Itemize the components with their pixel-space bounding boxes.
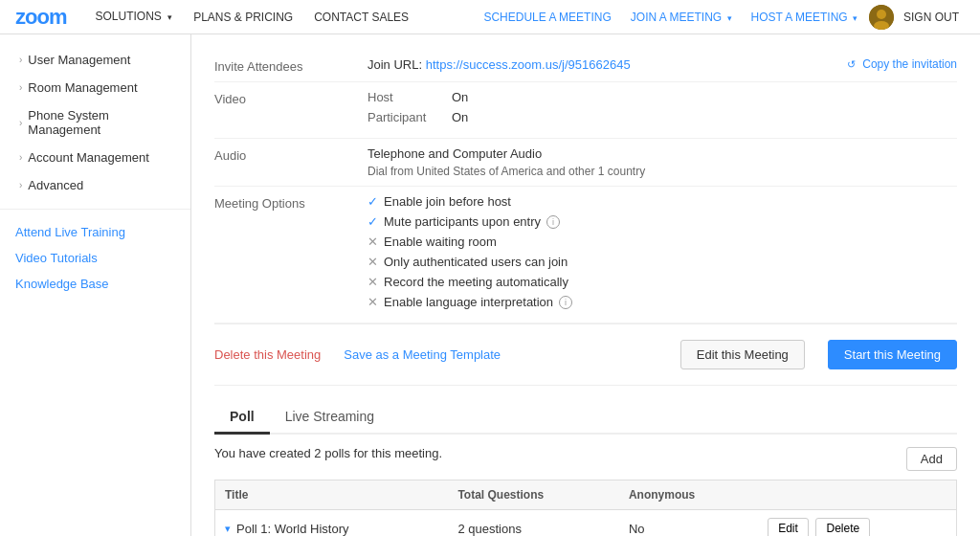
join-url-label: Join URL:: [368, 57, 422, 72]
audio-type: Telephone and Computer Audio: [368, 146, 957, 161]
chevron-right-icon: ›: [19, 152, 22, 163]
option-enable-join-before-host: ✓ Enable join before host: [368, 194, 957, 209]
info-icon[interactable]: i: [546, 215, 560, 229]
chevron-right-icon: ›: [19, 55, 22, 65]
meeting-options-row: Meeting Options ✓ Enable join before hos…: [214, 187, 957, 324]
participant-label: Participant: [368, 110, 444, 124]
x-icon: ✕: [368, 234, 378, 249]
sidebar-divider: [0, 209, 190, 210]
sidebar-item-room-management[interactable]: › Room Management: [0, 74, 190, 101]
poll-actions-cell: Edit Delete: [758, 510, 956, 537]
sidebar: › User Management › Room Management › Ph…: [0, 34, 191, 536]
checkmark-icon: ✓: [368, 214, 378, 229]
start-meeting-button[interactable]: Start this Meeting: [828, 340, 957, 369]
audio-value: Telephone and Computer Audio Dial from U…: [368, 146, 957, 178]
poll-row-label: ▾ Poll 1: World History: [225, 522, 438, 536]
host-arrow-icon: ▾: [853, 13, 858, 23]
edit-meeting-button[interactable]: Edit this Meeting: [680, 340, 805, 369]
main-content: Invite Attendees Join URL: https://succe…: [191, 34, 980, 536]
zoom-logo[interactable]: zoom: [15, 5, 66, 30]
nav-schedule-meeting[interactable]: SCHEDULE A MEETING: [476, 11, 618, 24]
nav-contact-sales[interactable]: CONTACT SALES: [304, 0, 418, 34]
option-mute-participants: ✓ Mute participants upon entry i: [368, 214, 957, 229]
nav-host-meeting[interactable]: HOST A MEETING ▾: [744, 11, 865, 24]
solutions-arrow-icon: ▾: [167, 12, 172, 22]
join-arrow-icon: ▾: [727, 13, 732, 23]
video-participant-row: Participant On: [368, 110, 957, 124]
svg-point-1: [877, 10, 886, 19]
video-host-row: Host On: [368, 90, 957, 104]
sidebar-attend-live-training[interactable]: Attend Live Training: [0, 219, 190, 245]
chevron-right-icon: ›: [19, 180, 22, 190]
col-actions: [758, 480, 956, 510]
join-url-link[interactable]: https://success.zoom.us/j/951662645: [426, 57, 631, 72]
nav-links: SOLUTIONS ▾ PLANS & PRICING CONTACT SALE…: [85, 0, 476, 34]
nav-plans-pricing[interactable]: PLANS & PRICING: [184, 0, 302, 34]
info-icon[interactable]: i: [559, 296, 572, 309]
nav-join-meeting[interactable]: JOIN A MEETING ▾: [623, 11, 740, 24]
checkmark-icon: ✓: [368, 194, 378, 209]
invite-label: Invite Attendees: [214, 57, 368, 74]
x-icon: ✕: [368, 255, 378, 269]
sidebar-item-phone-system-management[interactable]: › Phone System Management: [0, 101, 190, 144]
audio-label: Audio: [214, 146, 368, 163]
tab-live-streaming[interactable]: Live Streaming: [270, 401, 390, 435]
sign-out-button[interactable]: SIGN OUT: [898, 11, 965, 24]
participant-value: On: [452, 110, 468, 124]
tabs-row: Poll Live Streaming: [214, 401, 957, 435]
tab-poll[interactable]: Poll: [214, 401, 270, 435]
video-value: Host On Participant On: [368, 90, 957, 130]
avatar[interactable]: [869, 5, 894, 30]
option-enable-waiting-room: ✕ Enable waiting room: [368, 234, 957, 249]
copy-invitation-button[interactable]: ↺ Copy the invitation: [847, 57, 957, 71]
poll-header-row: You have created 2 polls for this meetin…: [214, 446, 957, 472]
actions-row: Delete this Meeting Save as a Meeting Te…: [214, 324, 957, 386]
meeting-options-label: Meeting Options: [214, 194, 368, 211]
x-icon: ✕: [368, 295, 378, 309]
poll-title-cell: ▾ Poll 1: World History: [215, 510, 449, 537]
sidebar-knowledge-base[interactable]: Knowledge Base: [0, 271, 190, 297]
add-poll-button[interactable]: Add: [906, 447, 957, 471]
meeting-options-value: ✓ Enable join before host ✓ Mute partici…: [368, 194, 957, 315]
delete-meeting-button[interactable]: Delete this Meeting: [214, 347, 321, 362]
chevron-right-icon: ›: [19, 82, 22, 93]
save-as-template-button[interactable]: Save as a Meeting Template: [344, 347, 501, 362]
poll-questions-cell: 2 questions: [448, 510, 619, 537]
host-label: Host: [368, 90, 444, 104]
col-title: Title: [215, 480, 449, 510]
nav-solutions[interactable]: SOLUTIONS ▾: [85, 0, 182, 34]
top-navigation: zoom SOLUTIONS ▾ PLANS & PRICING CONTACT…: [0, 0, 980, 34]
option-language-interpretation: ✕ Enable language interpretation i: [368, 295, 957, 309]
invite-value: Join URL: https://success.zoom.us/j/9516…: [368, 57, 847, 72]
host-value: On: [452, 90, 468, 104]
sidebar-item-account-management[interactable]: › Account Management: [0, 144, 190, 171]
sidebar-video-tutorials[interactable]: Video Tutorials: [0, 245, 190, 271]
sidebar-item-user-management[interactable]: › User Management: [0, 46, 190, 74]
table-row: ▾ Poll 1: World History 2 questions No E…: [215, 510, 957, 537]
audio-row: Audio Telephone and Computer Audio Dial …: [214, 139, 957, 187]
video-row: Video Host On Participant On: [214, 82, 957, 139]
invite-attendees-row: Invite Attendees Join URL: https://succe…: [214, 50, 957, 82]
poll-delete-button[interactable]: Delete: [815, 518, 870, 536]
poll-section: You have created 2 polls for this meetin…: [214, 435, 957, 536]
poll-anonymous-cell: No: [619, 510, 758, 537]
poll-edit-button[interactable]: Edit: [768, 518, 809, 536]
col-total-questions: Total Questions: [448, 480, 619, 510]
copy-icon: ↺: [847, 58, 856, 70]
poll-chevron-icon[interactable]: ▾: [225, 523, 231, 535]
sidebar-item-advanced[interactable]: › Advanced: [0, 171, 190, 199]
x-icon: ✕: [368, 275, 378, 289]
page-wrapper: › User Management › Room Management › Ph…: [0, 34, 980, 536]
option-record-automatically: ✕ Record the meeting automatically: [368, 275, 957, 289]
nav-right: SCHEDULE A MEETING JOIN A MEETING ▾ HOST…: [476, 5, 965, 30]
video-label: Video: [214, 90, 368, 106]
chevron-right-icon: ›: [19, 118, 22, 128]
col-anonymous: Anonymous: [619, 480, 758, 510]
audio-dial-info: Dial from United States of America and o…: [368, 165, 957, 178]
poll-table: Title Total Questions Anonymous ▾ Poll 1…: [214, 480, 957, 536]
poll-description: You have created 2 polls for this meetin…: [214, 446, 442, 460]
option-authenticated-users: ✕ Only authenticated users can join: [368, 255, 957, 269]
